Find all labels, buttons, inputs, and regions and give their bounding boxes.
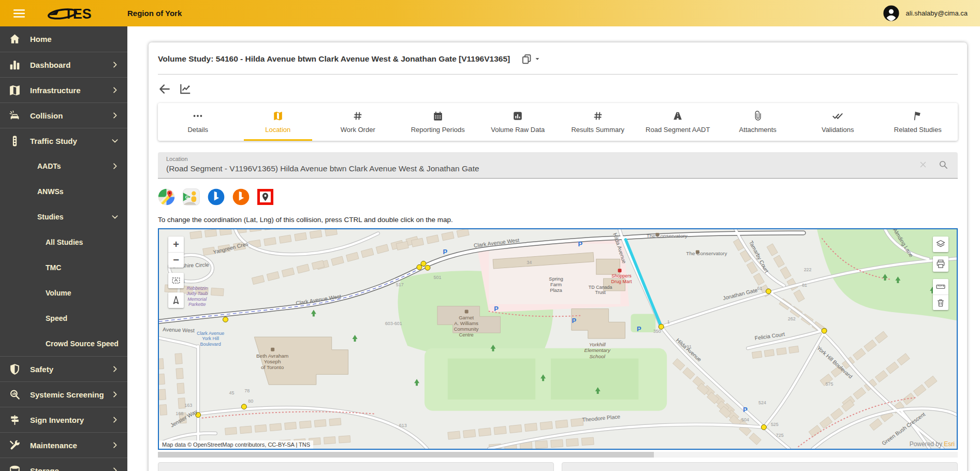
printer-icon[interactable] bbox=[933, 256, 948, 272]
user-avatar-icon[interactable] bbox=[883, 5, 900, 22]
calendar-tab-icon bbox=[432, 110, 444, 122]
sidebar-item-systemic-screening[interactable]: Systemic Screening bbox=[0, 381, 127, 407]
svg-text:The Conservatory: The Conservatory bbox=[686, 251, 727, 256]
sidebar-item-home[interactable]: Home bbox=[0, 26, 127, 52]
tab-label: Road Segment AADT bbox=[646, 126, 710, 134]
print-control bbox=[933, 256, 948, 272]
tab-label: Volume Raw Data bbox=[491, 126, 545, 134]
tab-road-segment-aadt[interactable]: Road Segment AADT bbox=[638, 103, 718, 141]
sidebar-item-sign-inventory[interactable]: Sign Inventory bbox=[0, 407, 127, 432]
measure-icon[interactable] bbox=[933, 279, 948, 295]
svg-text:163: 163 bbox=[184, 403, 192, 408]
user-email[interactable]: ali.shalaby@cima.ca bbox=[906, 9, 968, 17]
sidebar-item-crowd-source-speed[interactable]: Crowd Source Speed bbox=[0, 331, 127, 356]
storage-icon bbox=[8, 464, 21, 471]
svg-text:G: G bbox=[185, 194, 189, 199]
external-map-links: G bbox=[158, 185, 958, 208]
sidebar-item-label: Sign Inventory bbox=[30, 416, 84, 424]
hamburger-menu-icon[interactable] bbox=[12, 7, 26, 20]
zoom-out-button[interactable]: − bbox=[168, 252, 184, 268]
scrollbar-thumb[interactable] bbox=[158, 452, 654, 458]
svg-text:80: 80 bbox=[248, 399, 253, 404]
svg-text:P: P bbox=[743, 406, 748, 414]
copy-dropdown-caret-icon[interactable] bbox=[534, 55, 541, 63]
esri-brand[interactable]: Esri bbox=[944, 440, 955, 448]
sidebar-item-all-studies[interactable]: All Studies bbox=[0, 229, 127, 255]
sidebar-item-aadts[interactable]: AADTs bbox=[0, 153, 127, 179]
sidebar-item-anwss[interactable]: ANWSs bbox=[0, 179, 127, 204]
tab-reporting-periods[interactable]: Reporting Periods bbox=[398, 103, 478, 141]
tab-results-summary[interactable]: Results Summary bbox=[558, 103, 638, 141]
chevron-down-icon bbox=[111, 213, 119, 221]
tab-related-studies[interactable]: Related Studies bbox=[878, 103, 958, 141]
location-input[interactable]: Location (Road Segment - V1196V1365) Hil… bbox=[158, 152, 958, 179]
tab-validations[interactable]: Validations bbox=[798, 103, 878, 141]
location-input-label: Location bbox=[166, 156, 949, 162]
bottom-panel-left bbox=[158, 462, 554, 471]
google-street-view-icon[interactable]: G bbox=[183, 188, 200, 205]
bing-streetside-icon[interactable] bbox=[232, 188, 250, 205]
sidebar-item-label: Storage bbox=[30, 466, 59, 471]
sidebar-item-label: Traffic Study bbox=[30, 137, 77, 145]
search-icon[interactable] bbox=[938, 159, 948, 170]
dots-tab-icon bbox=[192, 110, 203, 122]
sidebar-item-tmc[interactable]: TMC bbox=[0, 255, 127, 280]
zoom-in-button[interactable]: + bbox=[168, 237, 184, 252]
sidebar-item-label: AADTs bbox=[37, 162, 61, 170]
svg-text:350: 350 bbox=[653, 329, 661, 334]
tab-details[interactable]: Details bbox=[158, 103, 238, 141]
map-graphic: PPPPPPClark Avenue WestClark Avenue West… bbox=[159, 229, 957, 449]
svg-text:P: P bbox=[578, 240, 583, 248]
screening-icon bbox=[8, 388, 21, 401]
svg-text:61: 61 bbox=[757, 286, 762, 291]
sidebar-item-infrastructure[interactable]: Infrastructure bbox=[0, 77, 127, 102]
layers-icon[interactable] bbox=[933, 237, 948, 252]
maintenance-icon bbox=[8, 439, 21, 452]
chevron-right-icon bbox=[111, 390, 119, 399]
compass-icon[interactable] bbox=[168, 292, 184, 308]
back-arrow-icon[interactable] bbox=[158, 82, 171, 96]
trend-chart-icon[interactable] bbox=[179, 82, 192, 96]
svg-text:168: 168 bbox=[175, 411, 183, 416]
svg-text:34: 34 bbox=[526, 260, 532, 265]
tab-label: Related Studies bbox=[894, 126, 942, 134]
select-extent-icon[interactable] bbox=[168, 273, 184, 288]
sidebar-item-safety[interactable]: Safety bbox=[0, 356, 127, 381]
sidebar-item-traffic-study[interactable]: Traffic Study bbox=[0, 128, 127, 153]
map-pin-button-highlighted[interactable] bbox=[257, 189, 273, 205]
sidebar-item-label: Studies bbox=[37, 213, 64, 221]
tab-volume-raw-data[interactable]: Volume Raw Data bbox=[478, 103, 558, 141]
sidebar-item-label: Dashboard bbox=[30, 61, 70, 69]
tab-location[interactable]: Location bbox=[238, 103, 318, 141]
map-attribution: Map data © OpenStreetMap contributors, C… bbox=[159, 440, 313, 449]
sidebar-item-label: Volume bbox=[46, 289, 71, 297]
sidebar-item-collision[interactable]: Collision bbox=[0, 102, 127, 128]
checks-tab-icon bbox=[832, 110, 843, 122]
svg-text:RebbetzinJudy TaubMemorialPark: RebbetzinJudy TaubMemorialParkette bbox=[186, 286, 208, 307]
content-card: Volume Study: 54160 - Hilda Avenue btwn … bbox=[149, 42, 967, 471]
horizontal-scrollbar[interactable] bbox=[158, 452, 958, 458]
sidebar-item-label: Maintenance bbox=[30, 441, 77, 450]
svg-text:575: 575 bbox=[825, 381, 833, 387]
sidebar-item-label: Collision bbox=[30, 111, 63, 120]
tab-label: Location bbox=[265, 126, 290, 134]
sidebar-item-speed[interactable]: Speed bbox=[0, 305, 127, 331]
sidebar-item-dashboard[interactable]: Dashboard bbox=[0, 52, 127, 77]
google-maps-icon[interactable] bbox=[158, 188, 175, 205]
svg-text:603-601: 603-601 bbox=[385, 321, 402, 326]
sidebar-item-volume[interactable]: Volume bbox=[0, 280, 127, 305]
tes-logo[interactable]: TES bbox=[47, 4, 103, 23]
map-canvas[interactable]: PPPPPPClark Avenue WestClark Avenue West… bbox=[158, 228, 958, 450]
chevron-right-icon bbox=[111, 441, 119, 449]
sidebar-item-storage[interactable]: Storage bbox=[0, 458, 127, 471]
bing-maps-icon[interactable] bbox=[208, 188, 225, 205]
sidebar-item-studies[interactable]: Studies bbox=[0, 204, 127, 229]
clear-icon[interactable] bbox=[918, 160, 928, 169]
copy-icon[interactable] bbox=[521, 54, 532, 64]
tab-attachments[interactable]: Attachments bbox=[718, 103, 798, 141]
tab-work-order[interactable]: Work Order bbox=[318, 103, 398, 141]
sign-icon bbox=[8, 414, 21, 426]
sidebar-item-maintenance[interactable]: Maintenance bbox=[0, 432, 127, 458]
trash-icon[interactable] bbox=[933, 295, 948, 310]
zoom-control: + − bbox=[168, 237, 184, 268]
